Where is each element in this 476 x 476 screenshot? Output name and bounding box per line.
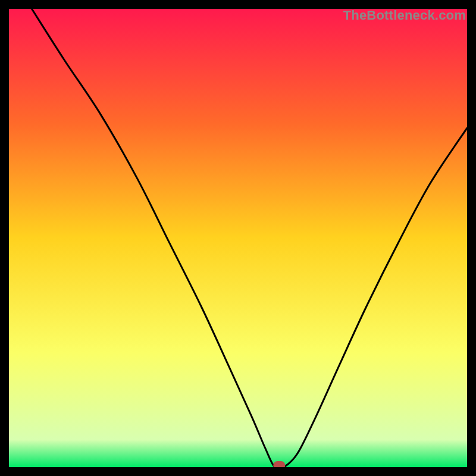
bottleneck-chart: [9, 9, 467, 467]
optimal-marker: [273, 461, 285, 467]
watermark-text: TheBottleneck.com: [343, 8, 466, 23]
chart-frame: TheBottleneck.com: [9, 9, 467, 467]
gradient-background: [9, 9, 467, 467]
